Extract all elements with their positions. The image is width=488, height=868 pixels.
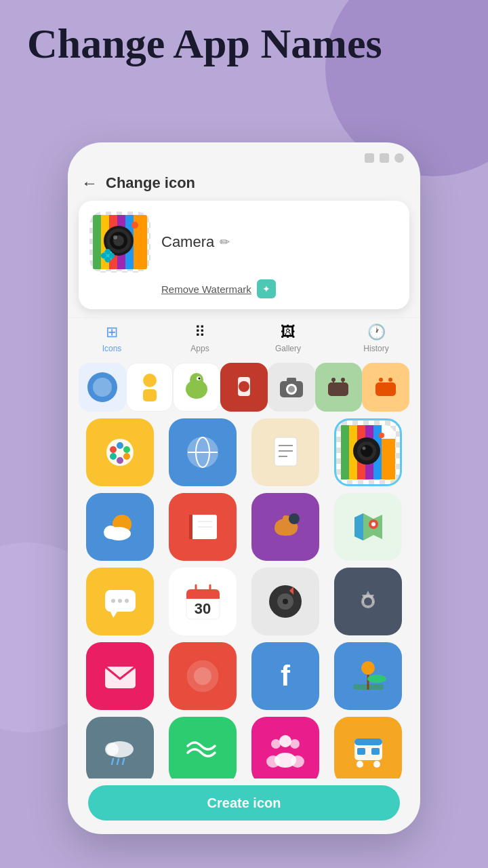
- svg-point-23: [190, 373, 203, 387]
- app-name-text: Camera: [161, 233, 214, 251]
- svg-point-44: [123, 453, 130, 460]
- svg-point-116: [373, 761, 380, 768]
- svg-point-46: [110, 453, 117, 460]
- list-item[interactable]: [169, 418, 237, 486]
- list-item[interactable]: f: [251, 642, 319, 710]
- list-item[interactable]: [251, 493, 319, 561]
- tab-icons[interactable]: ⊞ Icons: [68, 323, 156, 353]
- svg-point-109: [266, 755, 280, 768]
- history-tab-icon: 🕐: [367, 323, 386, 341]
- tab-bar: ⊞ Icons ⠿ Apps 🖼 Gallery 🕐 History: [68, 317, 420, 356]
- list-item[interactable]: 30: [169, 568, 237, 635]
- list-item[interactable]: [268, 363, 315, 412]
- svg-point-79: [118, 599, 122, 603]
- svg-point-25: [199, 378, 201, 380]
- create-icon-button[interactable]: Create icon: [88, 785, 400, 821]
- list-item[interactable]: [251, 717, 319, 778]
- svg-point-42: [117, 442, 123, 449]
- top-bar-dot-3: [394, 153, 404, 163]
- svg-marker-77: [110, 612, 117, 618]
- list-item[interactable]: [334, 493, 402, 561]
- list-item[interactable]: [169, 642, 237, 710]
- svg-rect-114: [371, 748, 380, 755]
- tab-history[interactable]: 🕐 History: [332, 323, 420, 353]
- svg-rect-55: [341, 425, 349, 479]
- svg-point-105: [279, 735, 291, 747]
- list-item[interactable]: [334, 717, 402, 778]
- svg-point-27: [239, 381, 249, 392]
- svg-point-43: [123, 446, 130, 453]
- list-item[interactable]: [251, 568, 319, 635]
- svg-point-30: [288, 386, 295, 393]
- svg-point-39: [388, 378, 392, 382]
- list-item[interactable]: [79, 363, 126, 412]
- list-item[interactable]: [86, 717, 154, 778]
- list-item[interactable]: [86, 568, 154, 635]
- list-item[interactable]: [173, 363, 220, 412]
- list-item[interactable]: [315, 363, 363, 412]
- list-item[interactable]: [334, 642, 402, 710]
- edit-name-button[interactable]: ✏: [220, 235, 230, 250]
- icon-grid: 30: [68, 356, 420, 778]
- list-item[interactable]: [126, 363, 174, 412]
- tab-gallery[interactable]: 🖼 Gallery: [244, 323, 332, 353]
- svg-line-104: [123, 759, 124, 764]
- svg-line-102: [112, 759, 113, 764]
- svg-point-41: [110, 446, 117, 453]
- list-item[interactable]: [86, 493, 154, 561]
- icons-tab-label: Icons: [102, 344, 122, 353]
- icon-row-3: [79, 493, 409, 561]
- top-bar-dot-1: [365, 153, 374, 163]
- back-button[interactable]: ←: [81, 174, 98, 193]
- icon-row-6: [79, 717, 409, 778]
- svg-point-19: [93, 378, 112, 397]
- icon-panel-row: Camera ✏: [89, 212, 399, 273]
- tab-apps[interactable]: ⠿ Apps: [156, 323, 244, 353]
- camera-preview-svg: [93, 215, 147, 269]
- icon-panel: Camera ✏ Remove Watermark ✦: [79, 201, 409, 309]
- remove-watermark-button[interactable]: Remove Watermark: [161, 283, 251, 295]
- svg-point-68: [104, 526, 117, 539]
- top-bar-dot-2: [380, 153, 389, 163]
- svg-point-17: [101, 253, 106, 258]
- svg-rect-113: [357, 748, 365, 755]
- svg-point-11: [113, 235, 117, 239]
- icon-row-2: [79, 418, 409, 486]
- svg-point-20: [143, 374, 157, 387]
- gallery-tab-icon: 🖼: [281, 323, 296, 341]
- phone-mockup: ← Change icon: [68, 142, 420, 834]
- watermark-icon: ✦: [257, 279, 276, 298]
- svg-line-103: [117, 759, 119, 764]
- list-item[interactable]: [251, 418, 319, 486]
- icon-name-section: Camera ✏: [161, 233, 399, 251]
- list-item[interactable]: [362, 363, 409, 412]
- main-heading: Change App Names: [27, 20, 382, 66]
- svg-point-107: [290, 739, 300, 749]
- svg-point-73: [289, 513, 300, 524]
- svg-rect-112: [354, 738, 382, 745]
- selected-icon-preview: [89, 212, 150, 273]
- app-header: ← Change icon: [68, 168, 420, 201]
- icon-row-4: 30: [79, 568, 409, 635]
- svg-rect-32: [328, 382, 348, 396]
- svg-rect-1: [93, 215, 101, 269]
- svg-point-110: [291, 755, 304, 768]
- svg-point-15: [109, 253, 115, 258]
- list-item[interactable]: [169, 717, 237, 778]
- svg-point-94: [195, 668, 211, 684]
- list-item[interactable]: [169, 493, 237, 561]
- remove-watermark-row: Remove Watermark ✦: [161, 279, 276, 298]
- list-item[interactable]: [220, 363, 268, 412]
- icons-tab-icon: ⊞: [106, 323, 118, 341]
- list-item[interactable]: [86, 642, 154, 710]
- svg-point-12: [131, 222, 138, 229]
- svg-rect-83: [186, 595, 220, 599]
- svg-point-45: [117, 457, 123, 464]
- list-item[interactable]: [334, 568, 402, 635]
- svg-point-80: [125, 599, 129, 603]
- svg-rect-60: [382, 439, 395, 479]
- list-item[interactable]: [86, 418, 154, 486]
- list-item[interactable]: [334, 418, 402, 486]
- svg-point-64: [363, 447, 366, 450]
- history-tab-label: History: [363, 344, 388, 353]
